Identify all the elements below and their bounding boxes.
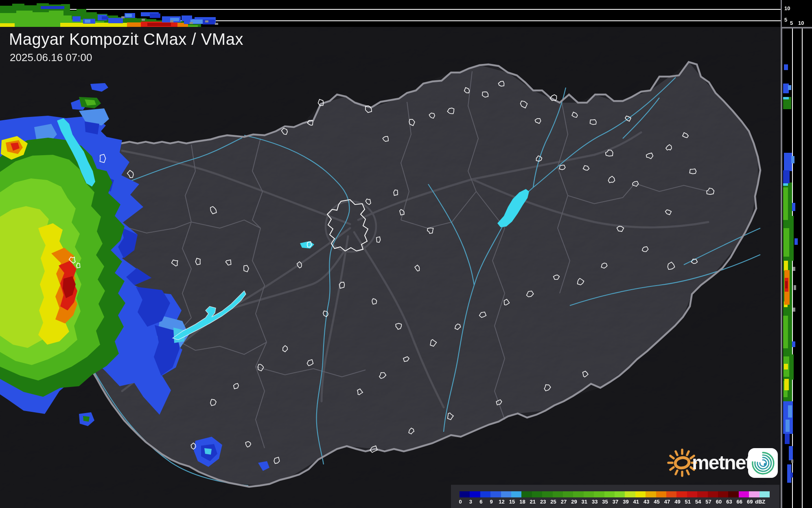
legend-color-cell <box>490 491 501 497</box>
legend-color-cell <box>501 491 511 497</box>
profile-echo <box>0 23 15 27</box>
strip-divider-vertical <box>781 0 782 29</box>
legend-color-cell <box>718 491 728 497</box>
profile-echo <box>794 285 796 290</box>
profile-echo <box>788 405 792 418</box>
legend-color-cell <box>687 491 697 497</box>
legend-color-cell <box>739 491 749 497</box>
legend-value-label: 37 <box>613 499 618 505</box>
dbz-color-scale: 0369121518212325272931333537394143454749… <box>451 485 779 508</box>
hungary-map <box>0 0 812 508</box>
profile-echo <box>784 153 792 171</box>
legend-value-label: 21 <box>530 499 536 505</box>
profile-echo <box>72 16 81 22</box>
legend-color-cell <box>749 491 759 497</box>
profile-echo <box>786 420 790 432</box>
profile-echo <box>215 23 218 25</box>
profile-echo <box>790 473 793 477</box>
legend-value-label: dBZ <box>755 499 765 505</box>
legend-color-cell <box>584 491 594 497</box>
profile-echo <box>108 18 123 23</box>
legend-value-label: 54 <box>695 499 701 505</box>
legend-color-cell <box>563 491 573 497</box>
profile-echo <box>783 187 788 220</box>
legend-color-cell <box>511 491 521 497</box>
top-profile-strip <box>0 0 781 27</box>
legend-color-cell <box>573 491 583 497</box>
legend-color-cell <box>521 491 532 497</box>
legend-value-label: 57 <box>705 499 711 505</box>
legend-value-label: 25 <box>550 499 556 505</box>
right-profile-strip <box>782 29 812 508</box>
legend-value-label: 29 <box>571 499 577 505</box>
profile-echo <box>784 379 789 390</box>
legend-value-label: 63 <box>726 499 732 505</box>
legend-color-cell <box>615 491 625 497</box>
profile-echo <box>190 22 193 24</box>
profile-echo <box>142 19 145 21</box>
top-axis-10-label: 10 <box>784 5 790 11</box>
legend-color-cell <box>553 491 563 497</box>
legend-value-label: 27 <box>561 499 567 505</box>
logo-wordmark: metnet <box>692 451 751 474</box>
profile-echo <box>85 20 90 23</box>
profile-echo <box>793 267 795 271</box>
legend-value-label: 45 <box>654 499 659 505</box>
legend-value-label: 23 <box>540 499 546 505</box>
legend-value-label: 9 <box>490 499 493 505</box>
profile-echo <box>121 16 125 18</box>
page-title: Magyar Kompozit CMax / VMax <box>9 30 243 48</box>
legend-color-cell <box>697 491 707 497</box>
profile-echo <box>791 460 793 463</box>
radar-echo <box>204 448 212 455</box>
legend-value-label: 60 <box>716 499 722 505</box>
profile-echo <box>792 203 795 211</box>
top-axis-5-label: 5 <box>784 17 787 23</box>
radar-screen: 10 5 5 10 Magyar Kompozit CMax / VMax 20… <box>0 0 812 508</box>
profile-echo <box>784 364 788 369</box>
legend-color-cell <box>470 491 480 497</box>
profile-echo <box>784 261 788 271</box>
legend-color-cell <box>759 491 770 497</box>
legend-value-label: 69 <box>747 499 753 505</box>
profile-axis-corner: 10 5 5 10 <box>781 0 812 27</box>
legend-value-label: 31 <box>582 499 587 505</box>
profile-echo <box>170 20 173 22</box>
legend-value-label: 18 <box>519 499 525 505</box>
legend-color-cell <box>460 491 470 497</box>
legend-color-cell <box>646 491 656 497</box>
legend-value-label: 43 <box>643 499 649 505</box>
profile-echo <box>793 308 795 312</box>
legend-value-label: 35 <box>602 499 608 505</box>
legend-value-label: 49 <box>674 499 680 505</box>
legend-color-cell <box>604 491 615 497</box>
legend-value-label: 47 <box>664 499 670 505</box>
profile-echo <box>783 84 789 93</box>
profile-echo <box>784 64 788 70</box>
legend-color-cell <box>676 491 687 497</box>
profile-echo <box>783 97 789 99</box>
legend-color-cell <box>532 491 542 497</box>
legend-color-cell <box>666 491 676 497</box>
side-axis-5-label: 5 <box>790 20 793 26</box>
profile-echo <box>783 170 790 183</box>
profile-echo <box>791 156 794 163</box>
legend-value-label: 3 <box>469 499 472 505</box>
metnet-logo[interactable]: metnet <box>664 442 782 482</box>
legend-color-cell <box>594 491 604 497</box>
profile-echo <box>150 13 160 18</box>
profile-echo <box>783 316 788 348</box>
legend-color-cell <box>542 491 552 497</box>
legend-value-label: 39 <box>623 499 628 505</box>
legend-value-label: 6 <box>479 499 482 505</box>
radar-echo <box>83 416 90 422</box>
timestamp: 2025.06.16 07:00 <box>10 51 92 64</box>
profile-echo <box>33 12 49 27</box>
profile-echo <box>788 85 791 90</box>
legend-color-cell <box>480 491 490 497</box>
profile-echo <box>784 228 789 257</box>
legend-value-label: 12 <box>499 499 504 505</box>
legend-color-cell <box>635 491 646 497</box>
side-axis-10-label: 10 <box>798 20 804 26</box>
metnet-app-icon <box>748 448 778 478</box>
